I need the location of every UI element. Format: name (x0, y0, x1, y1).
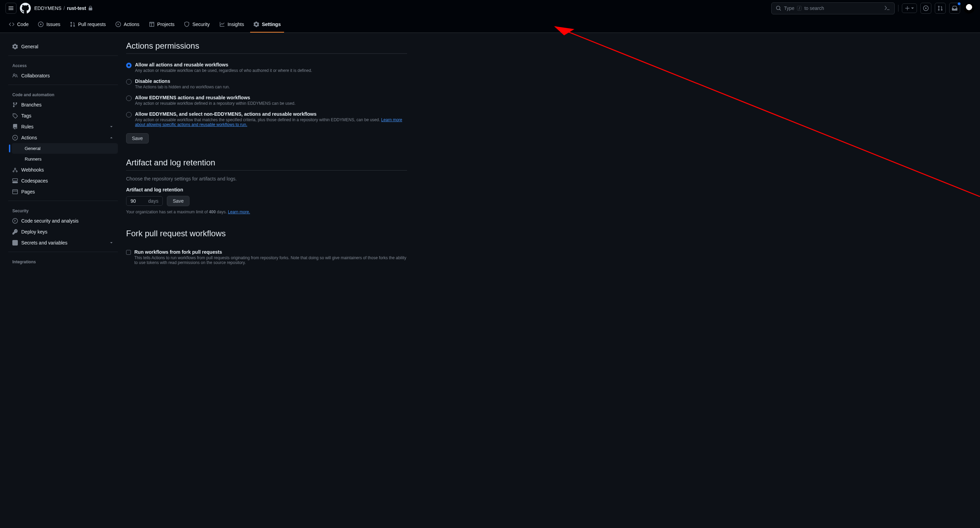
tag-icon (12, 113, 18, 119)
issue-opened-icon (38, 22, 43, 27)
graph-icon (219, 22, 225, 27)
radio-label: Allow EDDYMENS, and select non-EDDYMENS,… (135, 111, 407, 117)
sidebar-label: General (25, 146, 40, 151)
svg-line-3 (555, 27, 980, 197)
sidebar-item-secrets[interactable]: Secrets and variables (8, 237, 118, 248)
tab-security[interactable]: Security (181, 16, 213, 33)
sidebar-label: Deploy keys (21, 229, 47, 235)
sidebar-item-codespaces[interactable]: Codespaces (8, 175, 118, 186)
code-icon (9, 22, 14, 27)
checkbox-description: This tells Actions to run workflows from… (134, 255, 407, 265)
sidebar-label: Actions (21, 135, 37, 140)
webhook-icon (12, 167, 18, 173)
avatar[interactable] (964, 3, 975, 14)
shield-icon (184, 22, 189, 27)
play-icon (12, 135, 18, 140)
radio-label: Allow EDDYMENS actions and reusable work… (135, 95, 295, 100)
sidebar-item-actions-runners[interactable]: Runners (12, 154, 118, 164)
chevron-down-icon (109, 124, 114, 129)
git-branch-icon (12, 102, 18, 108)
sidebar-heading-code: Code and automation (8, 88, 118, 99)
github-logo-icon[interactable] (20, 3, 31, 14)
tab-label: Projects (157, 22, 175, 27)
svg-point-1 (40, 24, 41, 25)
heading-actions-permissions: Actions permissions (126, 41, 407, 54)
retention-days-input[interactable]: 90 days (126, 196, 163, 206)
sidebar-item-deploy-keys[interactable]: Deploy keys (8, 226, 118, 237)
search-placeholder-suffix: to search (804, 5, 824, 11)
tab-actions[interactable]: Actions (112, 16, 143, 33)
create-new-button[interactable] (902, 3, 917, 13)
sidebar-label: Code security and analysis (21, 218, 78, 224)
learn-more-retention-link[interactable]: Learn more. (228, 209, 250, 214)
play-icon (116, 22, 121, 27)
radio-disable[interactable] (126, 79, 132, 84)
separator (898, 5, 899, 12)
radio-description: Any action or reusable workflow that mat… (135, 117, 407, 127)
sidebar-item-webhooks[interactable]: Webhooks (8, 164, 118, 175)
sidebar-heading-integrations: Integrations (8, 255, 118, 266)
repo-link[interactable]: rust-test (67, 5, 86, 11)
dropdown-caret-icon (911, 7, 914, 10)
sidebar-label: Webhooks (21, 167, 44, 173)
radio-description: Any action or reusable workflow can be u… (135, 68, 312, 73)
sidebar-item-rules[interactable]: Rules (8, 121, 118, 132)
sidebar-item-code-security[interactable]: Code security and analysis (8, 216, 118, 226)
issue-opened-icon (923, 5, 929, 11)
git-pull-request-icon (70, 22, 75, 27)
inbox-icon (952, 5, 958, 11)
sidebar-item-pages[interactable]: Pages (8, 186, 118, 197)
sidebar-label: Rules (21, 124, 33, 129)
key-asterisk-icon (12, 240, 18, 246)
retention-value: 90 (130, 198, 136, 204)
breadcrumb-separator: / (64, 5, 65, 11)
sidebar-label: Pages (21, 189, 35, 195)
tab-projects[interactable]: Projects (146, 16, 178, 33)
tab-code[interactable]: Code (5, 16, 32, 33)
radio-allow-owner[interactable] (126, 95, 132, 101)
tab-insights[interactable]: Insights (216, 16, 247, 33)
radio-allow-select[interactable] (126, 112, 132, 117)
sidebar-item-actions[interactable]: Actions (8, 132, 118, 143)
heading-fork-pr: Fork pull request workflows (126, 229, 407, 241)
tab-settsettings[interactable]: Settings (250, 16, 284, 33)
notifications-button[interactable] (949, 3, 960, 14)
radio-allow-all[interactable] (126, 63, 132, 68)
sidebar-item-branches[interactable]: Branches (8, 99, 118, 110)
sidebar-label: Runners (25, 157, 41, 162)
tab-issues[interactable]: Issues (35, 16, 64, 33)
chevron-down-icon (109, 240, 114, 245)
tab-label: Code (17, 22, 29, 27)
key-icon (12, 229, 18, 235)
tab-label: Actions (124, 22, 140, 27)
save-permissions-button[interactable]: Save (126, 133, 149, 143)
retention-description: Choose the repository settings for artif… (126, 176, 407, 181)
tab-pull-requests[interactable]: Pull requests (67, 16, 109, 33)
hamburger-button[interactable] (5, 3, 16, 14)
pull-requests-button[interactable] (935, 3, 946, 14)
sidebar-item-tags[interactable]: Tags (8, 110, 118, 121)
checkbox-label: Run workflows from fork pull requests (134, 249, 407, 255)
issues-button[interactable] (920, 3, 931, 14)
search-input[interactable]: Type / to search (771, 2, 895, 14)
notification-badge (958, 2, 961, 5)
git-pull-request-icon (937, 5, 943, 11)
search-icon (776, 5, 781, 11)
retention-field-label: Artifact and log retention (126, 187, 407, 192)
checkbox-run-fork-workflows[interactable] (126, 250, 131, 255)
sidebar-label: Codespaces (21, 178, 48, 184)
sidebar-item-general[interactable]: General (8, 41, 118, 52)
plus-icon (905, 6, 910, 11)
repo-push-icon (12, 124, 18, 129)
radio-label: Disable actions (135, 78, 230, 84)
sidebar-label: Branches (21, 102, 41, 108)
heading-retention: Artifact and log retention (126, 158, 407, 171)
save-retention-button[interactable]: Save (167, 196, 189, 206)
lock-icon (88, 6, 93, 11)
command-palette-icon (884, 5, 890, 12)
sidebar-item-collaborators[interactable]: Collaborators (8, 70, 118, 81)
sidebar-label: General (21, 44, 38, 49)
sidebar-item-actions-general[interactable]: General (12, 143, 118, 154)
owner-link[interactable]: EDDYMENS (34, 5, 61, 11)
retention-unit: days (148, 198, 159, 204)
